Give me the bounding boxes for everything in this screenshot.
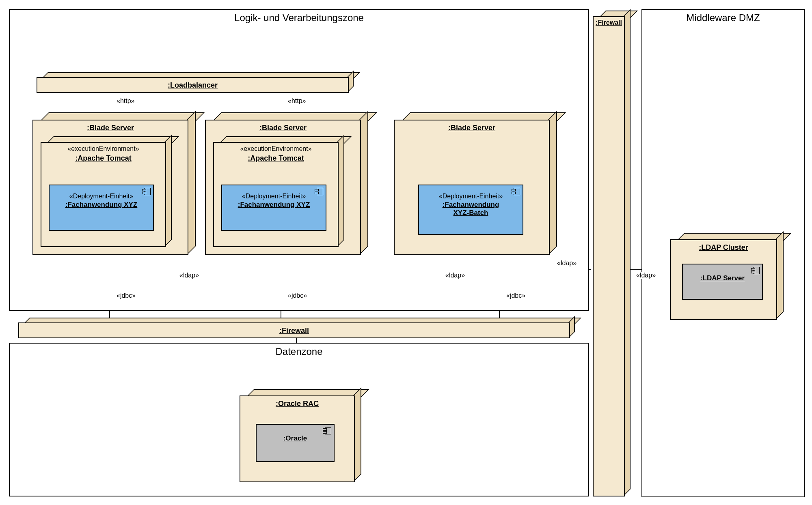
tomcat2-stereo: «executionEnvironment» (240, 145, 311, 153)
fachbatch-title2: XYZ-Batch (419, 209, 523, 217)
fach1-stereo: «Deployment-Einheit» (50, 193, 153, 200)
component-fachbatch: «Deployment-Einheit» :Fachanwendung XYZ-… (418, 185, 523, 235)
label-http-2: «http» (287, 97, 307, 105)
label-jdbc-3: «jdbc» (505, 292, 526, 299)
component-oracle: :Oracle (256, 424, 335, 462)
label-ldap-4: «ldap» (635, 272, 657, 279)
zone-dmz-title: Middleware DMZ (686, 12, 760, 24)
firewall-v-title: :Firewall (596, 19, 622, 26)
ldap-cluster-title: :LDAP Cluster (699, 243, 748, 252)
fach1-title: :Fachanwendung XYZ (50, 201, 153, 209)
loadbalancer-title: :Loadbalancer (168, 81, 218, 90)
firewall-h-title: :Firewall (279, 327, 309, 335)
label-jdbc-1: «jdbc» (116, 292, 136, 299)
component-fach1: «Deployment-Einheit» :Fachanwendung XYZ (49, 185, 154, 231)
zone-data-title: Datenzone (275, 346, 322, 357)
component-icon (514, 188, 520, 195)
tomcat2-title: :Apache Tomcat (248, 154, 304, 163)
zone-logic-title: Logik- und Verarbeitungszone (234, 12, 364, 24)
blade1-title: :Blade Server (87, 124, 134, 132)
fachbatch-title1: :Fachanwendung (419, 201, 523, 209)
oracle-rac-title: :Oracle RAC (276, 400, 319, 408)
blade2-title: :Blade Server (259, 124, 307, 132)
oracle-title: :Oracle (257, 434, 334, 443)
component-ldap-server: :LDAP Server (682, 264, 763, 300)
component-fach2: «Deployment-Einheit» :Fachanwendung XYZ (221, 185, 326, 231)
fachbatch-stereo: «Deployment-Einheit» (419, 193, 523, 200)
label-ldap-3: «ldap» (556, 260, 577, 267)
fach2-title: :Fachanwendung XYZ (222, 201, 326, 209)
label-jdbc-2: «jdbc» (287, 292, 308, 299)
ldap-server-title: :LDAP Server (683, 274, 762, 282)
label-ldap-1: «ldap» (179, 272, 200, 279)
tomcat1-title: :Apache Tomcat (75, 154, 132, 163)
component-icon (317, 188, 323, 195)
fach2-stereo: «Deployment-Einheit» (222, 193, 326, 200)
component-icon (144, 188, 151, 195)
blade3-title: :Blade Server (448, 124, 495, 132)
component-icon (325, 427, 331, 434)
label-http-1: «http» (116, 97, 135, 105)
component-icon (753, 267, 760, 274)
label-ldap-2: «ldap» (445, 272, 466, 279)
tomcat1-stereo: «executionEnvironment» (67, 145, 139, 153)
